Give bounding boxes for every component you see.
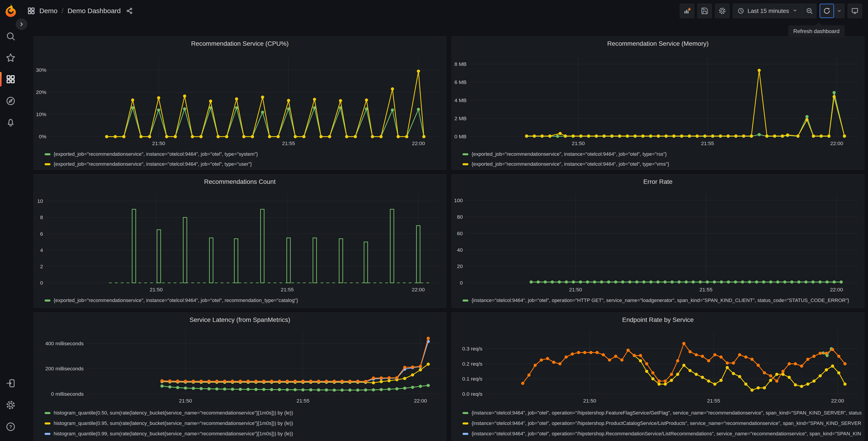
- help-icon[interactable]: ?: [3, 419, 18, 434]
- cycle-view-mode-button[interactable]: [848, 4, 862, 18]
- svg-text:0.1 req/s: 0.1 req/s: [462, 376, 483, 382]
- panel-title[interactable]: Error Rate: [452, 178, 864, 185]
- svg-text:0 MB: 0 MB: [454, 134, 467, 140]
- svg-text:21:50: 21:50: [150, 287, 163, 293]
- zoom-out-time-button[interactable]: [802, 4, 816, 18]
- legend-label: histogram_quantile(0.50, sum(rate(latenc…: [54, 410, 293, 416]
- svg-text:0.3 req/s: 0.3 req/s: [462, 346, 483, 352]
- legend-label: {exported_job="recommendationservice", i…: [54, 297, 298, 303]
- legend-swatch: [44, 422, 51, 424]
- legend-item[interactable]: {exported_job="recommendationservice", i…: [44, 159, 443, 169]
- save-dashboard-button[interactable]: [698, 4, 712, 18]
- legend-swatch: [44, 412, 51, 414]
- explore-compass-icon[interactable]: [3, 94, 18, 108]
- panel-title[interactable]: Service Latency (from SpanMetrics): [34, 316, 446, 324]
- breadcrumb-separator: /: [62, 7, 63, 15]
- svg-text:22:00: 22:00: [830, 287, 843, 293]
- legend-item[interactable]: {instance="otelcol:9464", job="otel", op…: [463, 439, 862, 441]
- time-range-label: Last 15 minutes: [747, 7, 789, 14]
- svg-text:0: 0: [40, 280, 43, 286]
- svg-text:20%: 20%: [36, 89, 46, 95]
- time-picker-group: Last 15 minutes: [733, 4, 816, 18]
- legend-item[interactable]: histogram_quantile(0.95, sum(rate(latenc…: [44, 418, 443, 429]
- legend: {instance="otelcol:9464", job="otel", op…: [463, 295, 862, 305]
- grafana-logo[interactable]: [4, 3, 17, 17]
- legend-swatch: [463, 422, 468, 424]
- refresh-interval-dropdown[interactable]: [834, 4, 844, 18]
- starred-icon[interactable]: [3, 51, 18, 65]
- svg-text:21:55: 21:55: [707, 398, 720, 404]
- active-indicator: [0, 72, 2, 86]
- svg-text:30%: 30%: [36, 67, 46, 73]
- svg-text:21:50: 21:50: [569, 287, 582, 293]
- legend-item[interactable]: histogram_quantile(0.50, sum(rate(latenc…: [44, 408, 443, 418]
- svg-text:0 milliseconds: 0 milliseconds: [51, 391, 84, 397]
- svg-text:4: 4: [40, 247, 43, 253]
- header: Demo / Demo Dashboard Last 15 minutes: [21, 0, 868, 22]
- legend-swatch: [463, 412, 468, 414]
- svg-text:21:55: 21:55: [297, 398, 309, 404]
- svg-text:2: 2: [40, 264, 43, 269]
- refresh-tooltip: Refresh dashboard: [788, 25, 844, 37]
- legend-item[interactable]: {exported_job="recommendationservice", i…: [463, 159, 862, 169]
- legend: {exported_job="recommendationservice", i…: [44, 149, 443, 169]
- svg-text:22:00: 22:00: [412, 287, 425, 293]
- legend-swatch: [463, 153, 468, 155]
- svg-text:60: 60: [457, 231, 463, 236]
- expand-sidebar-button[interactable]: [16, 19, 27, 30]
- recommendations-count-chart[interactable]: 024681021:5021:5522:00: [34, 175, 446, 308]
- legend-item[interactable]: {instance="otelcol:9464", job="otel", op…: [463, 418, 862, 429]
- svg-text:0.0 req/s: 0.0 req/s: [462, 391, 483, 397]
- dashboard-settings-button[interactable]: [715, 4, 730, 18]
- tooltip-text: Refresh dashboard: [793, 28, 839, 34]
- panel-title[interactable]: Endpoint Rate by Service: [452, 316, 864, 324]
- sign-in-icon[interactable]: [3, 376, 18, 390]
- legend-swatch: [44, 299, 51, 301]
- panel-cpu: Recommendation Service (CPU%) 0%10%20%30…: [33, 36, 446, 170]
- legend-item[interactable]: {instance="otelcol:9464", job="otel", op…: [463, 295, 862, 305]
- legend-item[interactable]: {exported_job="recommendationservice", i…: [44, 149, 443, 159]
- svg-text:4 MB: 4 MB: [454, 97, 467, 103]
- share-icon[interactable]: [126, 7, 133, 14]
- alerting-bell-icon[interactable]: [3, 115, 18, 130]
- panel-recommendations-count: Recommendations Count 024681021:5021:552…: [33, 174, 446, 308]
- clock-icon: [738, 7, 744, 14]
- legend-item[interactable]: histogram_quantile(0.999, sum(rate(laten…: [44, 439, 443, 441]
- svg-text:0: 0: [460, 280, 463, 286]
- panel-title[interactable]: Recommendations Count: [34, 178, 446, 185]
- refresh-dashboard-button[interactable]: [819, 4, 834, 18]
- search-icon[interactable]: [3, 29, 18, 43]
- svg-text:10%: 10%: [36, 111, 46, 117]
- tooltip-arrow: [815, 22, 822, 25]
- panel-service-latency: Service Latency (from SpanMetrics) 0 mil…: [33, 313, 446, 441]
- svg-text:22:00: 22:00: [414, 398, 427, 404]
- svg-text:22:00: 22:00: [412, 140, 425, 146]
- legend-label: {exported_job="recommendationservice", i…: [471, 151, 666, 157]
- svg-text:200 milliseconds: 200 milliseconds: [45, 365, 84, 372]
- time-range-picker[interactable]: Last 15 minutes: [733, 4, 802, 18]
- svg-text:21:55: 21:55: [281, 287, 294, 293]
- legend-item[interactable]: {instance="otelcol:9464", job="otel", op…: [463, 408, 862, 418]
- legend-label: histogram_quantile(0.99, sum(rate(latenc…: [54, 431, 293, 437]
- settings-gear-icon[interactable]: [3, 398, 18, 412]
- panel-title[interactable]: Recommendation Service (CPU%): [34, 40, 446, 47]
- breadcrumb-section[interactable]: Demo: [39, 7, 58, 15]
- error-rate-chart[interactable]: 02040608010021:5021:5522:00: [452, 175, 864, 308]
- panel-memory: Recommendation Service (Memory) 0 MB2 MB…: [452, 36, 864, 170]
- breadcrumb-page[interactable]: Demo Dashboard: [67, 7, 121, 15]
- svg-text:400 milliseconds: 400 milliseconds: [45, 341, 84, 346]
- legend-item[interactable]: {exported_job="recommendationservice", i…: [44, 295, 443, 305]
- svg-text:21:50: 21:50: [152, 140, 165, 146]
- legend-swatch: [44, 153, 51, 155]
- panel-endpoint-rate: Endpoint Rate by Service 0.0 req/s0.1 re…: [452, 313, 864, 441]
- legend-item[interactable]: {instance="otelcol:9464", job="otel", op…: [463, 429, 862, 439]
- add-panel-button[interactable]: [680, 4, 694, 18]
- dashboards-icon[interactable]: [3, 72, 18, 86]
- refresh-group: [819, 4, 844, 18]
- panel-title[interactable]: Recommendation Service (Memory): [452, 40, 864, 47]
- legend-item[interactable]: {exported_job="recommendationservice", i…: [463, 149, 862, 159]
- legend-label: {instance="otelcol:9464", job="otel", op…: [471, 410, 862, 416]
- legend-label: {exported_job="recommendationservice", i…: [471, 161, 669, 167]
- svg-text:21:55: 21:55: [700, 287, 712, 293]
- legend-item[interactable]: histogram_quantile(0.99, sum(rate(latenc…: [44, 429, 443, 439]
